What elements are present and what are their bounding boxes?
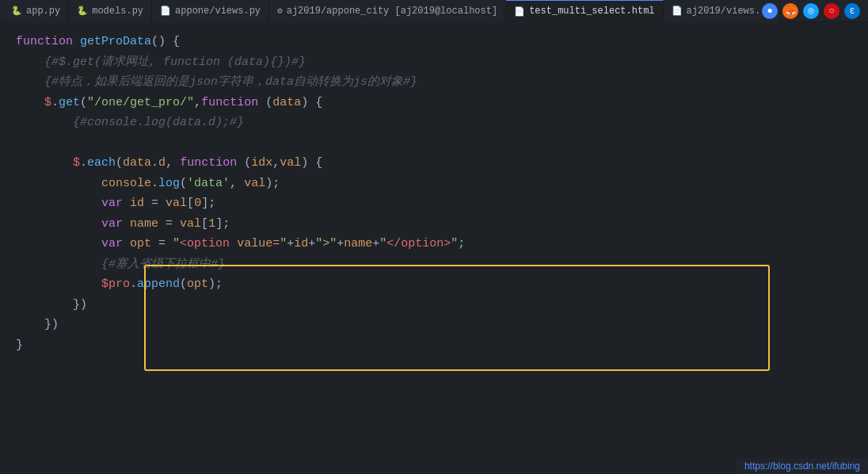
- browser-icons-group: ● 🦊 ◎ ○ ε: [762, 3, 860, 19]
- code-line-13: $pro.append(opt);: [16, 274, 852, 295]
- code-line-5: {#console.log(data.d);#}: [16, 113, 852, 133]
- tab-icon: 📄: [160, 6, 171, 16]
- code-line-2: {#$.get(请求网址, function (data){})#}: [16, 52, 852, 73]
- tab-icon: 🐍: [77, 6, 88, 16]
- code-line-7: $.each(data.d, function (idx,val) {: [16, 153, 852, 174]
- code-line-6: [16, 133, 852, 154]
- code-line-12: {#塞入省级下拉框中#}: [16, 254, 852, 275]
- code-line-9: var id = val[0];: [16, 193, 852, 214]
- tab-label: app.py: [26, 6, 60, 17]
- code-line-4: $.get("/one/get_pro/",function (data) {: [16, 93, 852, 113]
- tab-label: appone/views.py: [175, 6, 261, 17]
- code-line-10: var name = val[1];: [16, 214, 852, 235]
- tab-icon: 📄: [514, 6, 525, 17]
- tab-label: aj2019/views...: [687, 6, 772, 17]
- tab-app-py[interactable]: 🐍 app.py: [3, 0, 69, 22]
- code-line-1: function getProData() {: [16, 32, 852, 52]
- tab-label: aj2019/appone_city [aj2019@localhost]: [287, 6, 497, 17]
- tab-icon: 🐍: [11, 6, 22, 16]
- code-area: function getProData() { {#$.get(请求网址, fu…: [0, 22, 868, 365]
- tab-models-py[interactable]: 🐍 models.py: [69, 0, 152, 22]
- tab-appone-views[interactable]: 📄 appone/views.py: [152, 0, 269, 22]
- code-wrapper: function getProData() { {#$.get(请求网址, fu…: [0, 22, 868, 365]
- safari-icon[interactable]: ◎: [803, 3, 819, 19]
- code-line-8: console.log('data', val);: [16, 174, 852, 194]
- code-line-14: }): [16, 295, 852, 315]
- tab-icon: ⚙: [277, 6, 283, 16]
- tab-label: models.py: [92, 6, 143, 17]
- tab-bar: 🐍 app.py 🐍 models.py 📄 appone/views.py ⚙…: [0, 0, 868, 22]
- tab-label: test_multi_select.html: [529, 6, 654, 17]
- edge-icon[interactable]: ε: [844, 3, 860, 19]
- code-line-16: }: [16, 335, 852, 356]
- code-line-11: var opt = "<option value="+id+">"+name+"…: [16, 234, 852, 254]
- tab-appone-city[interactable]: ⚙ aj2019/appone_city [aj2019@localhost]: [269, 0, 506, 22]
- opera-icon[interactable]: ○: [824, 3, 839, 19]
- tab-test-multi[interactable]: 📄 test_multi_select.html: [506, 0, 663, 22]
- status-bar: https://blog.csdn.net/ifubing: [737, 458, 868, 474]
- code-line-15: }): [16, 315, 852, 335]
- tab-icon: 📄: [672, 6, 683, 16]
- chrome-icon[interactable]: ●: [762, 3, 778, 19]
- code-line-3: {#特点，如果后端返回的是json字符串，data自动转换为js的对象#}: [16, 72, 852, 93]
- status-url: https://blog.csdn.net/ifubing: [744, 461, 860, 472]
- firefox-icon[interactable]: 🦊: [782, 3, 798, 19]
